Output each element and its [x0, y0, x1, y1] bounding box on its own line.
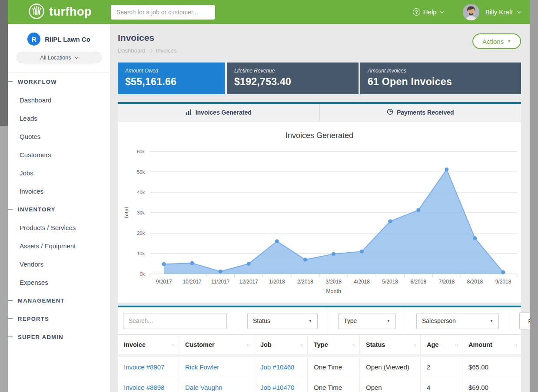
column-header-invoice[interactable]: Invoice↑↓: [118, 335, 179, 354]
user-avatar[interactable]: [463, 4, 479, 20]
sidebar-item-customers[interactable]: Customers: [8, 145, 110, 164]
location-selector-label: All Locations: [40, 55, 71, 61]
job-link[interactable]: Job #10470: [260, 384, 294, 391]
stat-card-amount-invoices: Amount Invoices 61 Open Invoices: [360, 63, 521, 94]
chevron-right-icon: [149, 49, 152, 52]
chart-panel: Invoices Generated Payments Received Inv…: [118, 102, 521, 303]
customer-link[interactable]: Dale Vaughn: [185, 384, 223, 391]
breadcrumb-invoices: Invoices: [156, 47, 177, 54]
svg-text:0k: 0k: [139, 271, 145, 277]
help-menu[interactable]: ? Help: [413, 8, 443, 16]
stat-label: Lifetime Revenue: [234, 68, 351, 74]
sidebar-item-expenses[interactable]: Expenses: [8, 273, 110, 291]
sort-icon[interactable]: ↑↓: [514, 342, 517, 347]
sidebar-item-vendors[interactable]: Vendors: [8, 255, 110, 273]
turfhop-grass-icon: [28, 3, 45, 21]
column-header-amount[interactable]: Amount↑↓: [462, 335, 521, 354]
stat-label: Amount Owed: [125, 68, 218, 74]
actions-button[interactable]: Actions ▼: [472, 33, 521, 49]
sort-icon[interactable]: ↑↓: [171, 342, 174, 347]
dashes-icon: [8, 209, 13, 210]
left-scrollbar[interactable]: [0, 0, 8, 392]
svg-text:1/2018: 1/2018: [269, 279, 285, 285]
sidebar-item-products-services[interactable]: Products / Services: [8, 218, 110, 237]
stat-value: 61 Open Invoices: [368, 76, 514, 88]
sort-icon[interactable]: ↑↓: [246, 342, 249, 347]
company-header[interactable]: R RIIPL Lawn Co: [8, 24, 110, 46]
type-cell: One Time: [308, 377, 360, 392]
stat-value: $55,161.66: [125, 76, 218, 88]
invoice-link[interactable]: Invoice #8898: [124, 384, 164, 391]
user-name: Billy Kraft: [485, 8, 513, 16]
salesperson-select[interactable]: Salesperson ▼: [416, 313, 499, 329]
table-search-input[interactable]: [123, 313, 227, 329]
sort-icon[interactable]: ↑↓: [300, 342, 303, 347]
invoices-table-panel: Status ▼ Type ▼ Salesperson ▼: [118, 306, 521, 392]
status-cell: Open (Viewed): [360, 357, 421, 377]
invoices-table: Invoice↑↓ Customer↑↓ Job↑↓ Type↑↓ Status…: [118, 334, 521, 392]
sidebar-section-inventory[interactable]: INVENTORY: [8, 200, 110, 218]
dashes-icon: [8, 300, 13, 301]
sidebar-section-management[interactable]: MANAGEMENT: [8, 291, 110, 310]
sort-icon[interactable]: ↑↓: [352, 342, 355, 347]
stat-value: $192,753.40: [234, 76, 351, 88]
svg-text:9/2017: 9/2017: [156, 279, 172, 285]
sidebar-section-workflow[interactable]: WORKFLOW: [8, 72, 110, 91]
svg-text:2/2018: 2/2018: [297, 279, 313, 285]
turfhop-logo[interactable]: turfhop: [28, 3, 92, 21]
svg-text:6/2018: 6/2018: [410, 279, 426, 285]
status-cell: Open: [360, 377, 421, 392]
table-row: Invoice #8907 Rick Fowler Job #10468 One…: [118, 357, 521, 377]
column-header-type[interactable]: Type↑↓: [308, 335, 360, 354]
pie-chart-icon: [387, 109, 393, 116]
chevron-down-icon: [517, 9, 521, 13]
column-header-customer[interactable]: Customer↑↓: [179, 335, 254, 354]
sort-icon[interactable]: ↑↓: [455, 342, 458, 347]
user-menu[interactable]: Billy Kraft: [485, 8, 520, 16]
type-select[interactable]: Type ▼: [338, 313, 396, 329]
sidebar-item-dashboard[interactable]: Dashboard: [8, 91, 110, 109]
svg-text:50k: 50k: [137, 169, 145, 175]
svg-text:Month: Month: [326, 288, 341, 294]
left-scrollbar-thumb[interactable]: [0, 0, 8, 126]
stat-card-amount-owed: Amount Owed $55,161.66: [118, 63, 225, 94]
chevron-down-icon: [75, 55, 79, 59]
sidebar-section-reports[interactable]: REPORTS: [8, 310, 110, 328]
age-cell: 4: [421, 377, 462, 392]
tab-payments-received[interactable]: Payments Received: [319, 104, 521, 121]
caret-down-icon: ▼: [490, 319, 493, 323]
invoice-link[interactable]: Invoice #8907: [124, 363, 164, 371]
app-window: turfhop ? Help Billy Kraft: [8, 0, 530, 392]
bar-chart-icon: [186, 109, 192, 116]
column-header-job[interactable]: Job↑↓: [254, 335, 308, 354]
breadcrumb: Dashboard Invoices: [118, 47, 521, 54]
svg-text:Total: Total: [124, 207, 129, 219]
customer-link[interactable]: Rick Fowler: [185, 363, 219, 371]
location-selector[interactable]: All Locations: [17, 52, 102, 63]
company-avatar: R: [27, 33, 40, 46]
stat-card-lifetime-revenue: Lifetime Revenue $192,753.40: [227, 63, 359, 94]
sidebar-item-quotes[interactable]: Quotes: [8, 127, 110, 145]
global-search-input[interactable]: [111, 5, 215, 20]
svg-text:9/2018: 9/2018: [495, 279, 511, 285]
table-filters: Status ▼ Type ▼ Salesperson ▼: [118, 307, 521, 334]
table-body: Invoice #8907 Rick Fowler Job #10468 One…: [118, 357, 521, 392]
sidebar-item-invoices[interactable]: Invoices: [8, 182, 110, 200]
filter-button[interactable]: Filter: [519, 312, 530, 330]
sidebar-section-super-admin[interactable]: SUPER ADMIN: [8, 328, 110, 346]
status-select[interactable]: Status ▼: [247, 313, 318, 329]
tab-invoices-generated[interactable]: Invoices Generated: [118, 104, 319, 121]
company-name: RIIPL Lawn Co: [45, 36, 90, 43]
job-link[interactable]: Job #10468: [260, 363, 294, 371]
sort-icon[interactable]: ↑↓: [413, 342, 416, 347]
main-content: Invoices Dashboard Invoices Actions ▼ Am…: [110, 24, 530, 392]
column-header-status[interactable]: Status↑↓: [360, 335, 421, 354]
sidebar: R RIIPL Lawn Co All Locations WORKFLOW D…: [8, 24, 110, 392]
breadcrumb-dashboard[interactable]: Dashboard: [118, 47, 146, 54]
sidebar-item-leads[interactable]: Leads: [8, 109, 110, 127]
sidebar-item-assets-equipment[interactable]: Assets / Equipment: [8, 237, 110, 255]
column-header-age[interactable]: Age↑↓: [421, 335, 462, 354]
topbar-right: ? Help Billy Kraft: [413, 4, 520, 20]
sidebar-item-jobs[interactable]: Jobs: [8, 164, 110, 182]
right-scrollbar[interactable]: [530, 0, 538, 392]
